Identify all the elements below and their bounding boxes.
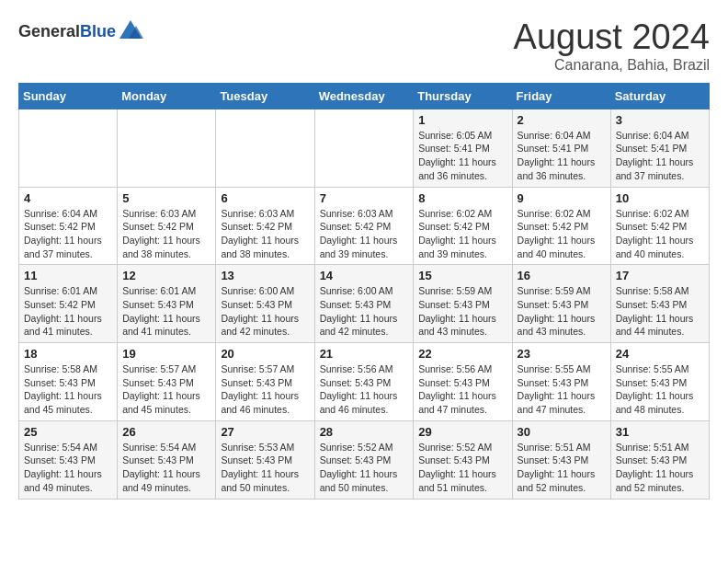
logo: GeneralBlue bbox=[18, 18, 143, 44]
calendar-week-row: 25Sunrise: 5:54 AM Sunset: 5:43 PM Dayli… bbox=[19, 420, 710, 499]
logo-blue: Blue bbox=[80, 22, 116, 40]
day-number: 8 bbox=[418, 191, 506, 205]
calendar-cell: 3Sunrise: 6:04 AM Sunset: 5:41 PM Daylig… bbox=[610, 109, 709, 187]
logo-icon bbox=[118, 18, 143, 44]
day-details: Sunrise: 5:52 AM Sunset: 5:43 PM Dayligh… bbox=[320, 441, 409, 495]
day-details: Sunrise: 6:04 AM Sunset: 5:41 PM Dayligh… bbox=[616, 129, 704, 183]
day-number: 1 bbox=[418, 113, 506, 127]
calendar-cell: 9Sunrise: 6:02 AM Sunset: 5:42 PM Daylig… bbox=[512, 187, 610, 265]
day-number: 24 bbox=[616, 347, 704, 361]
day-details: Sunrise: 5:51 AM Sunset: 5:43 PM Dayligh… bbox=[518, 441, 606, 495]
day-details: Sunrise: 6:02 AM Sunset: 5:42 PM Dayligh… bbox=[518, 207, 606, 261]
day-number: 20 bbox=[221, 347, 309, 361]
calendar-cell: 29Sunrise: 5:52 AM Sunset: 5:43 PM Dayli… bbox=[414, 420, 512, 499]
calendar-cell: 26Sunrise: 5:54 AM Sunset: 5:43 PM Dayli… bbox=[118, 420, 216, 499]
calendar-cell: 23Sunrise: 5:55 AM Sunset: 5:43 PM Dayli… bbox=[512, 343, 610, 421]
day-details: Sunrise: 6:03 AM Sunset: 5:42 PM Dayligh… bbox=[221, 207, 309, 261]
calendar-cell: 21Sunrise: 5:56 AM Sunset: 5:43 PM Dayli… bbox=[314, 343, 414, 421]
calendar-cell: 4Sunrise: 6:04 AM Sunset: 5:42 PM Daylig… bbox=[19, 187, 118, 265]
calendar-cell: 5Sunrise: 6:03 AM Sunset: 5:42 PM Daylig… bbox=[118, 187, 216, 265]
calendar-cell bbox=[118, 109, 216, 187]
day-details: Sunrise: 6:03 AM Sunset: 5:42 PM Dayligh… bbox=[122, 207, 210, 261]
calendar-cell: 11Sunrise: 6:01 AM Sunset: 5:42 PM Dayli… bbox=[19, 265, 118, 343]
day-details: Sunrise: 6:00 AM Sunset: 5:43 PM Dayligh… bbox=[221, 284, 309, 339]
day-number: 11 bbox=[24, 269, 112, 282]
day-number: 9 bbox=[518, 191, 606, 205]
day-number: 21 bbox=[320, 347, 409, 361]
day-number: 14 bbox=[320, 269, 409, 282]
calendar-cell bbox=[19, 109, 118, 187]
day-details: Sunrise: 6:02 AM Sunset: 5:42 PM Dayligh… bbox=[616, 207, 704, 261]
day-number: 18 bbox=[24, 347, 112, 361]
day-details: Sunrise: 6:04 AM Sunset: 5:41 PM Dayligh… bbox=[518, 129, 606, 183]
day-details: Sunrise: 6:02 AM Sunset: 5:42 PM Dayligh… bbox=[418, 207, 506, 261]
day-details: Sunrise: 5:55 AM Sunset: 5:43 PM Dayligh… bbox=[616, 362, 704, 417]
calendar-cell: 7Sunrise: 6:03 AM Sunset: 5:42 PM Daylig… bbox=[314, 187, 414, 265]
weekday-header-wednesday: Wednesday bbox=[314, 83, 414, 109]
page-header: GeneralBlue August 2024 Canarana, Bahia,… bbox=[18, 18, 710, 74]
logo-general: General bbox=[18, 22, 80, 40]
calendar-week-row: 1Sunrise: 6:05 AM Sunset: 5:41 PM Daylig… bbox=[19, 109, 710, 187]
calendar-cell: 30Sunrise: 5:51 AM Sunset: 5:43 PM Dayli… bbox=[512, 420, 610, 499]
day-number: 28 bbox=[320, 425, 409, 439]
day-number: 22 bbox=[418, 347, 506, 361]
day-number: 12 bbox=[122, 269, 210, 282]
calendar-week-row: 4Sunrise: 6:04 AM Sunset: 5:42 PM Daylig… bbox=[19, 187, 710, 265]
day-details: Sunrise: 5:58 AM Sunset: 5:43 PM Dayligh… bbox=[24, 362, 112, 417]
day-details: Sunrise: 6:01 AM Sunset: 5:42 PM Dayligh… bbox=[24, 284, 112, 339]
calendar-cell: 20Sunrise: 5:57 AM Sunset: 5:43 PM Dayli… bbox=[216, 343, 314, 421]
day-details: Sunrise: 5:53 AM Sunset: 5:43 PM Dayligh… bbox=[221, 441, 309, 495]
day-number: 2 bbox=[518, 113, 606, 127]
day-details: Sunrise: 6:00 AM Sunset: 5:43 PM Dayligh… bbox=[320, 284, 409, 339]
day-details: Sunrise: 5:55 AM Sunset: 5:43 PM Dayligh… bbox=[518, 362, 606, 417]
day-number: 6 bbox=[221, 191, 309, 205]
day-number: 31 bbox=[616, 425, 704, 439]
day-number: 23 bbox=[518, 347, 606, 361]
day-number: 27 bbox=[221, 425, 309, 439]
weekday-header-friday: Friday bbox=[512, 83, 610, 109]
weekday-header-tuesday: Tuesday bbox=[216, 83, 314, 109]
calendar-body: 1Sunrise: 6:05 AM Sunset: 5:41 PM Daylig… bbox=[19, 109, 710, 499]
weekday-header-thursday: Thursday bbox=[414, 83, 512, 109]
calendar-cell: 24Sunrise: 5:55 AM Sunset: 5:43 PM Dayli… bbox=[610, 343, 709, 421]
day-number: 19 bbox=[122, 347, 210, 361]
calendar-table: SundayMondayTuesdayWednesdayThursdayFrid… bbox=[18, 83, 710, 500]
day-number: 17 bbox=[616, 269, 704, 282]
calendar-cell: 13Sunrise: 6:00 AM Sunset: 5:43 PM Dayli… bbox=[216, 265, 314, 343]
title-block: August 2024 Canarana, Bahia, Brazil bbox=[514, 18, 710, 74]
calendar-cell: 16Sunrise: 5:59 AM Sunset: 5:43 PM Dayli… bbox=[512, 265, 610, 343]
day-number: 25 bbox=[24, 425, 112, 439]
day-details: Sunrise: 5:57 AM Sunset: 5:43 PM Dayligh… bbox=[221, 362, 309, 417]
day-details: Sunrise: 5:51 AM Sunset: 5:43 PM Dayligh… bbox=[616, 441, 704, 495]
day-details: Sunrise: 5:54 AM Sunset: 5:43 PM Dayligh… bbox=[122, 441, 210, 495]
calendar-cell bbox=[216, 109, 314, 187]
day-number: 13 bbox=[221, 269, 309, 282]
calendar-cell: 28Sunrise: 5:52 AM Sunset: 5:43 PM Dayli… bbox=[314, 420, 414, 499]
day-details: Sunrise: 6:04 AM Sunset: 5:42 PM Dayligh… bbox=[24, 207, 112, 261]
calendar-cell: 27Sunrise: 5:53 AM Sunset: 5:43 PM Dayli… bbox=[216, 420, 314, 499]
calendar-cell: 1Sunrise: 6:05 AM Sunset: 5:41 PM Daylig… bbox=[414, 109, 512, 187]
day-number: 29 bbox=[418, 425, 506, 439]
calendar-cell: 18Sunrise: 5:58 AM Sunset: 5:43 PM Dayli… bbox=[19, 343, 118, 421]
main-title: August 2024 bbox=[514, 18, 710, 57]
subtitle: Canarana, Bahia, Brazil bbox=[514, 57, 710, 74]
weekday-row: SundayMondayTuesdayWednesdayThursdayFrid… bbox=[19, 83, 710, 109]
calendar-cell: 12Sunrise: 6:01 AM Sunset: 5:43 PM Dayli… bbox=[118, 265, 216, 343]
day-details: Sunrise: 5:54 AM Sunset: 5:43 PM Dayligh… bbox=[24, 441, 112, 495]
calendar-cell: 31Sunrise: 5:51 AM Sunset: 5:43 PM Dayli… bbox=[610, 420, 709, 499]
day-details: Sunrise: 5:56 AM Sunset: 5:43 PM Dayligh… bbox=[320, 362, 409, 417]
calendar-cell: 8Sunrise: 6:02 AM Sunset: 5:42 PM Daylig… bbox=[414, 187, 512, 265]
day-details: Sunrise: 6:05 AM Sunset: 5:41 PM Dayligh… bbox=[418, 129, 506, 183]
calendar-cell: 10Sunrise: 6:02 AM Sunset: 5:42 PM Dayli… bbox=[610, 187, 709, 265]
day-number: 30 bbox=[518, 425, 606, 439]
calendar-cell: 14Sunrise: 6:00 AM Sunset: 5:43 PM Dayli… bbox=[314, 265, 414, 343]
weekday-header-monday: Monday bbox=[118, 83, 216, 109]
day-details: Sunrise: 6:03 AM Sunset: 5:42 PM Dayligh… bbox=[320, 207, 409, 261]
calendar-cell: 2Sunrise: 6:04 AM Sunset: 5:41 PM Daylig… bbox=[512, 109, 610, 187]
day-number: 3 bbox=[616, 113, 704, 127]
day-details: Sunrise: 5:52 AM Sunset: 5:43 PM Dayligh… bbox=[418, 441, 506, 495]
day-details: Sunrise: 5:56 AM Sunset: 5:43 PM Dayligh… bbox=[418, 362, 506, 417]
calendar-header: SundayMondayTuesdayWednesdayThursdayFrid… bbox=[19, 83, 710, 109]
day-details: Sunrise: 5:58 AM Sunset: 5:43 PM Dayligh… bbox=[616, 284, 704, 339]
day-details: Sunrise: 5:57 AM Sunset: 5:43 PM Dayligh… bbox=[122, 362, 210, 417]
